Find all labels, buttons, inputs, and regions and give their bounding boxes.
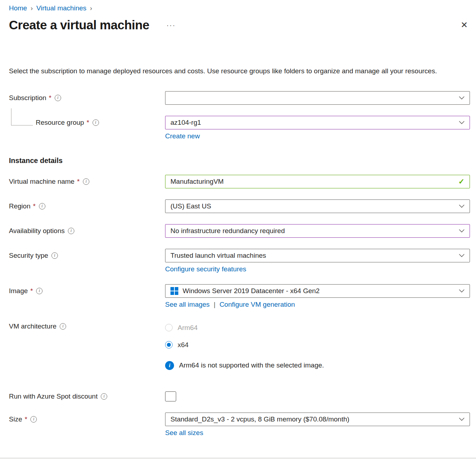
size-dropdown[interactable]: Standard_D2s_v3 - 2 vcpus, 8 GiB memory …: [165, 413, 470, 426]
vm-architecture-radio-group: Arm64 x64: [165, 320, 470, 352]
field-row-size: Size * Standard_D2s_v3 - 2 vcpus, 8 GiB …: [9, 413, 470, 426]
field-row-azure-spot: Run with Azure Spot discount: [9, 391, 470, 401]
azure-spot-field: [165, 391, 470, 401]
radio-selected-icon: [165, 341, 173, 349]
close-icon[interactable]: ✕: [458, 20, 470, 30]
image-dropdown-content: Windows Server 2019 Datacenter - x64 Gen…: [170, 287, 319, 295]
security-type-links: Configure security features: [165, 265, 470, 273]
info-icon[interactable]: [30, 416, 37, 423]
required-marker: *: [86, 119, 89, 127]
availability-options-label: Availability options: [9, 227, 65, 235]
required-marker: *: [33, 202, 35, 210]
instance-details-section-title: Instance details: [9, 157, 470, 165]
field-row-availability-options: Availability options No infrastructure r…: [9, 224, 470, 238]
image-links: See all images | Configure VM generation: [165, 301, 470, 309]
resource-group-label-group: Resource group *: [9, 119, 165, 127]
more-menu-icon[interactable]: ···: [167, 21, 176, 29]
info-icon[interactable]: [60, 323, 66, 330]
vm-name-value: ManufacturingVM: [170, 178, 224, 186]
breadcrumb-home-link[interactable]: Home: [9, 4, 27, 12]
image-label-group: Image *: [9, 287, 165, 295]
chevron-down-icon: [459, 121, 465, 124]
size-label: Size: [9, 415, 22, 423]
info-icon[interactable]: [68, 228, 74, 234]
resource-group-dropdown[interactable]: az104-rg1: [165, 116, 470, 129]
required-marker: *: [30, 287, 33, 295]
valid-checkmark-icon: [458, 177, 465, 186]
field-row-vm-name: Virtual machine name * ManufacturingVM: [9, 175, 470, 188]
breadcrumb-virtual-machines-link[interactable]: Virtual machines: [36, 4, 86, 12]
info-icon[interactable]: [39, 203, 45, 209]
info-icon[interactable]: [51, 252, 58, 259]
resource-group-value: az104-rg1: [170, 119, 201, 127]
vm-name-label-group: Virtual machine name *: [9, 178, 165, 186]
vm-name-label: Virtual machine name: [9, 178, 74, 186]
info-icon[interactable]: [83, 178, 89, 185]
subscription-intro-text: Select the subscription to manage deploy…: [9, 66, 463, 77]
resource-group-label: Resource group: [36, 119, 84, 127]
image-dropdown[interactable]: Windows Server 2019 Datacenter - x64 Gen…: [165, 284, 470, 298]
configure-security-features-link[interactable]: Configure security features: [165, 265, 246, 273]
arm64-info-message: Arm64 is not supported with the selected…: [165, 361, 470, 370]
radio-arm64-label: Arm64: [178, 324, 198, 332]
azure-spot-label: Run with Azure Spot discount: [9, 393, 98, 400]
availability-options-label-group: Availability options: [9, 227, 165, 235]
region-label: Region: [9, 202, 30, 210]
image-value: Windows Server 2019 Datacenter - x64 Gen…: [183, 287, 319, 295]
radio-option-arm64[interactable]: Arm64: [165, 321, 470, 335]
required-marker: *: [25, 415, 27, 423]
tree-connector-line: [11, 108, 33, 125]
create-new-resource-group-link[interactable]: Create new: [165, 132, 200, 140]
breadcrumb-chevron-icon: ›: [31, 5, 33, 12]
size-links: See all sizes: [165, 429, 470, 437]
blade-header: Create a virtual machine ··· ✕: [9, 18, 470, 32]
create-vm-form: Subscription * Resource group * az104-rg…: [9, 91, 470, 437]
info-icon[interactable]: [55, 95, 61, 101]
availability-options-dropdown[interactable]: No infrastructure redundancy required: [165, 224, 470, 238]
info-filled-icon: [165, 361, 174, 370]
security-type-value: Trusted launch virtual machines: [170, 252, 266, 260]
arm64-info-text: Arm64 is not supported with the selected…: [179, 361, 324, 369]
chevron-down-icon: [459, 96, 465, 100]
field-row-image: Image * Windows Server 2019 Datacenter -…: [9, 284, 470, 298]
image-label: Image: [9, 287, 28, 295]
info-icon[interactable]: [36, 288, 43, 294]
vm-architecture-options: Arm64 x64 Arm64 is not supported with th…: [165, 320, 470, 370]
breadcrumb: Home › Virtual machines ›: [9, 3, 470, 12]
radio-option-x64[interactable]: x64: [165, 338, 470, 352]
subscription-dropdown[interactable]: [165, 91, 470, 105]
required-marker: *: [77, 178, 79, 186]
azure-spot-checkbox[interactable]: [165, 391, 176, 401]
security-type-label-group: Security type: [9, 252, 165, 260]
field-row-resource-group: Resource group * az104-rg1: [9, 116, 470, 129]
field-row-subscription: Subscription *: [9, 91, 470, 105]
field-row-region: Region * (US) East US: [9, 199, 470, 213]
vm-name-input[interactable]: ManufacturingVM: [165, 175, 470, 188]
blade-footer-divider: [0, 458, 476, 458]
chevron-down-icon: [459, 289, 465, 293]
availability-options-value: No infrastructure redundancy required: [170, 227, 285, 235]
size-label-group: Size *: [9, 415, 165, 423]
chevron-down-icon: [459, 204, 465, 208]
see-all-sizes-link[interactable]: See all sizes: [165, 429, 203, 436]
chevron-down-icon: [459, 254, 465, 257]
region-dropdown[interactable]: (US) East US: [165, 199, 470, 213]
region-label-group: Region *: [9, 202, 165, 210]
info-icon[interactable]: [101, 393, 107, 400]
windows-logo-icon: [170, 287, 178, 295]
page-title: Create a virtual machine: [9, 18, 149, 32]
field-row-vm-architecture: VM architecture Arm64 x64 Arm64 is: [9, 320, 470, 370]
azure-spot-label-group: Run with Azure Spot discount: [9, 393, 165, 400]
security-type-dropdown[interactable]: Trusted launch virtual machines: [165, 249, 470, 262]
subscription-label: Subscription: [9, 94, 46, 102]
info-icon[interactable]: [93, 119, 99, 126]
see-all-images-link[interactable]: See all images: [165, 301, 210, 308]
security-type-label: Security type: [9, 252, 48, 260]
breadcrumb-chevron-icon: ›: [90, 5, 92, 12]
configure-vm-generation-link[interactable]: Configure VM generation: [219, 301, 295, 308]
radio-x64-label: x64: [178, 341, 189, 349]
chevron-down-icon: [459, 418, 465, 421]
region-value: (US) East US: [170, 202, 211, 210]
size-value: Standard_D2s_v3 - 2 vcpus, 8 GiB memory …: [170, 415, 349, 423]
radio-unselected-icon: [165, 324, 173, 331]
